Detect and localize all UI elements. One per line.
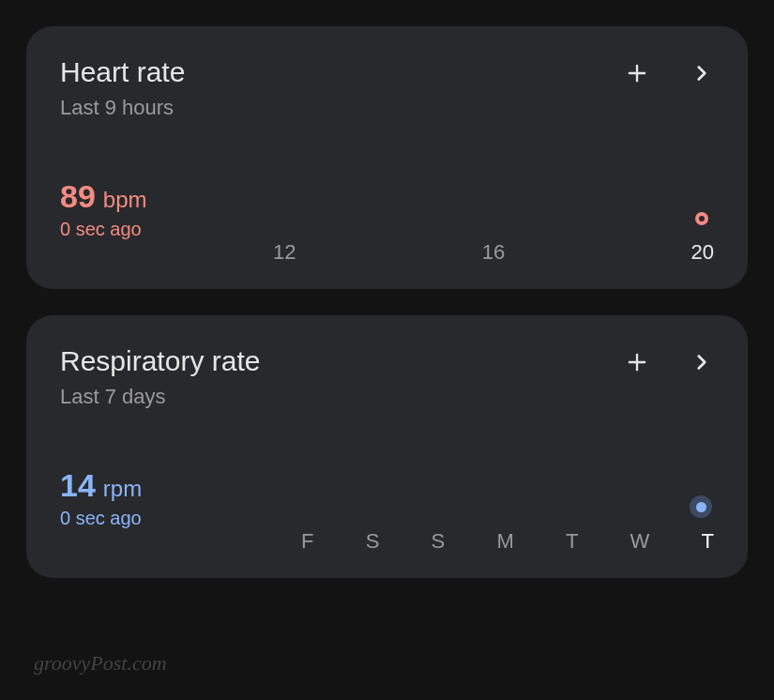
axis-tick: M xyxy=(496,529,513,554)
axis-tick: 20 xyxy=(691,240,714,265)
resp-data-marker xyxy=(690,495,712,518)
card-header: Heart rate Last 9 hours xyxy=(60,56,714,120)
watermark: groovyPost.com xyxy=(34,651,167,676)
heart-data-marker xyxy=(695,212,708,225)
card-title: Heart rate xyxy=(60,56,185,88)
axis-tick: F xyxy=(301,529,313,554)
chevron-right-icon[interactable] xyxy=(690,350,714,374)
heart-rate-card[interactable]: Heart rate Last 9 hours 89 bpm 0 sec ago… xyxy=(26,26,748,289)
chevron-right-icon[interactable] xyxy=(690,61,714,85)
card-body: 89 bpm 0 sec ago 12 16 20 xyxy=(60,178,714,263)
title-group: Heart rate Last 9 hours xyxy=(60,56,185,120)
plus-icon[interactable] xyxy=(624,349,650,375)
axis-tick: T xyxy=(566,529,578,554)
resp-timestamp: 0 sec ago xyxy=(60,508,714,529)
title-group: Respiratory rate Last 7 days xyxy=(60,345,260,409)
axis-tick: S xyxy=(366,529,380,554)
value-row: 89 bpm xyxy=(60,178,714,215)
heart-unit: bpm xyxy=(103,187,147,213)
card-subtitle: Last 7 days xyxy=(60,385,260,409)
heart-axis: 12 16 20 xyxy=(273,240,714,265)
axis-tick: 16 xyxy=(482,240,505,265)
value-row: 14 rpm xyxy=(60,467,714,504)
axis-tick: 12 xyxy=(273,240,296,265)
heart-value: 89 xyxy=(60,178,96,215)
axis-tick: W xyxy=(630,529,650,554)
card-actions xyxy=(624,345,714,375)
resp-unit: rpm xyxy=(103,476,142,502)
card-body: 14 rpm 0 sec ago F S S M T W T xyxy=(60,467,714,552)
card-header: Respiratory rate Last 7 days xyxy=(60,345,714,409)
respiratory-rate-card[interactable]: Respiratory rate Last 7 days 14 rpm 0 se… xyxy=(26,315,748,578)
heart-timestamp: 0 sec ago xyxy=(60,219,714,240)
card-actions xyxy=(624,56,714,86)
axis-tick: T xyxy=(702,529,714,554)
axis-tick: S xyxy=(432,529,446,554)
card-subtitle: Last 9 hours xyxy=(60,96,185,120)
resp-value: 14 xyxy=(60,467,96,504)
card-title: Respiratory rate xyxy=(60,345,260,377)
plus-icon[interactable] xyxy=(624,60,650,86)
resp-axis: F S S M T W T xyxy=(301,529,714,554)
